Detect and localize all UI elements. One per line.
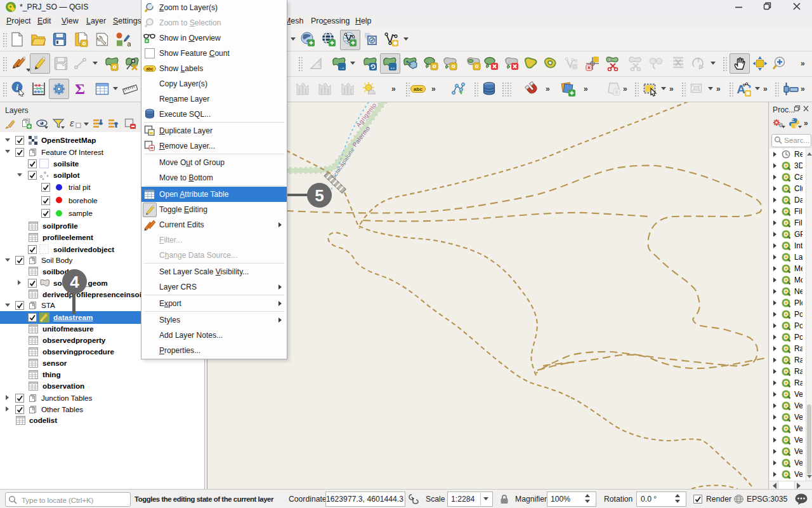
svg-text:↔: ↔ bbox=[390, 64, 396, 70]
svg-text:i: i bbox=[16, 83, 18, 92]
svg-text:a: a bbox=[128, 40, 131, 47]
svg-text:→: → bbox=[339, 64, 345, 70]
svg-text:abc: abc bbox=[146, 67, 154, 71]
svg-text:Σ: Σ bbox=[75, 81, 85, 97]
svg-text:abc: abc bbox=[414, 86, 422, 92]
